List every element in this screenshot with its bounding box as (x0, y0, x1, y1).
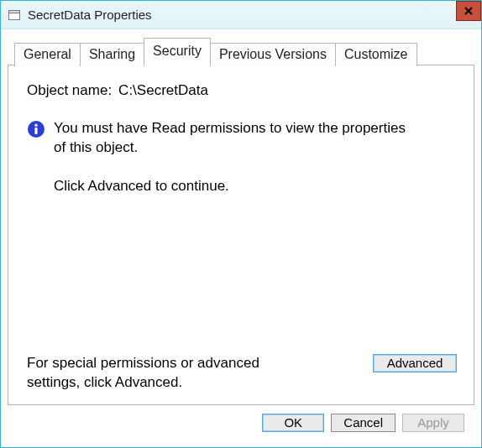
spacer (27, 195, 457, 354)
close-button[interactable] (456, 1, 481, 21)
client-area: General Sharing Security Previous Versio… (1, 29, 481, 447)
cancel-button[interactable]: Cancel (331, 414, 396, 432)
tab-sharing[interactable]: Sharing (80, 43, 144, 66)
tab-security[interactable]: Security (144, 38, 211, 65)
info-icon (27, 120, 45, 138)
tabstrip: General Sharing Security Previous Versio… (14, 38, 474, 65)
object-name-value: C:\SecretData (118, 82, 208, 99)
object-name-row: Object name: C:\SecretData (27, 82, 457, 99)
properties-dialog: SecretData Properties General Sharing Se… (0, 0, 482, 448)
tab-general[interactable]: General (14, 43, 81, 66)
titlebar[interactable]: SecretData Properties (1, 1, 481, 29)
info-message: You must have Read permissions to view t… (54, 119, 415, 158)
svg-point-3 (34, 124, 37, 127)
apply-button[interactable]: Apply (402, 414, 464, 432)
dialog-buttons: OK Cancel Apply (8, 405, 474, 440)
advanced-note: For special permissions or advanced sett… (27, 354, 312, 393)
ok-button[interactable]: OK (262, 414, 324, 432)
window-title: SecretData Properties (28, 8, 152, 22)
svg-rect-1 (9, 10, 20, 13)
info-continue: Click Advanced to continue. (54, 178, 457, 195)
window-icon (8, 8, 21, 22)
tab-customize[interactable]: Customize (335, 43, 417, 66)
info-row: You must have Read permissions to view t… (27, 119, 457, 158)
advanced-row: For special permissions or advanced sett… (27, 354, 457, 393)
svg-rect-4 (34, 128, 37, 134)
tabpage-security: Object name: C:\SecretData You must have… (8, 65, 474, 405)
object-name-label: Object name: (27, 82, 112, 99)
advanced-button[interactable]: Advanced (373, 354, 457, 372)
tab-previous-versions[interactable]: Previous Versions (210, 43, 336, 66)
